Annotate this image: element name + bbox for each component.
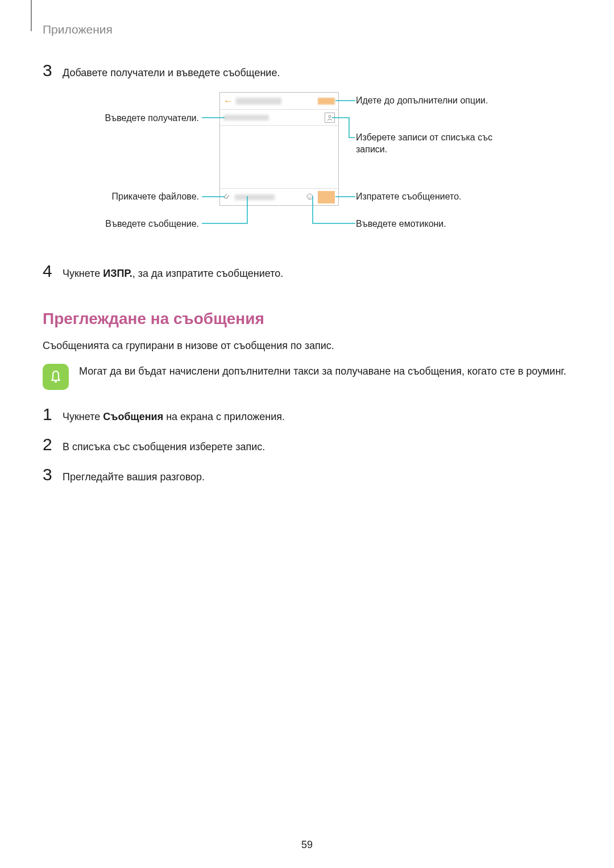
contacts-icon — [325, 113, 335, 123]
more-button-mock — [318, 98, 335, 105]
step-4: 4 Чукнете ИЗПР., за да изпратите съобщен… — [43, 263, 571, 281]
send-button-mock — [318, 191, 335, 203]
callout-enter-message: Въведете съобщение. — [63, 218, 199, 230]
back-arrow-icon: ← — [223, 96, 233, 106]
step-text: Добавете получатели и въведете съобщение… — [63, 62, 280, 81]
blurred-input — [235, 194, 275, 200]
callout-emoji: Въведете емотикони. — [356, 218, 515, 230]
blurred-recipient — [223, 115, 269, 121]
callout-attach: Прикачете файлове. — [63, 191, 199, 203]
emoji-icon — [306, 193, 313, 202]
step-number: 3 — [43, 62, 63, 79]
view-step-1: 1 Чукнете Съобщения на екрана с приложен… — [43, 406, 571, 425]
message-compose-diagram: ← Въведете — [63, 92, 551, 251]
step-number: 4 — [43, 263, 63, 280]
bell-icon — [43, 364, 69, 390]
paragraph-grouping: Съобщенията са групирани в низове от съо… — [43, 338, 571, 354]
svg-point-1 — [307, 194, 313, 200]
blurred-title — [236, 98, 281, 105]
step-number: 2 — [43, 436, 63, 453]
step-text: Прегледайте вашия разговор. — [63, 466, 205, 485]
section-heading-view-messages: Преглеждане на съобщения — [43, 310, 571, 328]
page-header: Приложения — [43, 23, 571, 36]
step-number: 1 — [43, 406, 63, 423]
callout-select-contacts: Изберете записи от списъка със записи. — [356, 132, 515, 156]
step-number: 3 — [43, 466, 63, 483]
callout-send: Изпратете съобщението. — [356, 191, 515, 203]
view-step-2: 2 В списъка със съобщения изберете запис… — [43, 436, 571, 455]
step-3: 3 Добавете получатели и въведете съобщен… — [43, 62, 571, 81]
callout-recipients: Въведете получатели. — [63, 113, 199, 124]
attach-icon — [223, 193, 230, 202]
step-text: Чукнете ИЗПР., за да изпратите съобщение… — [63, 263, 283, 281]
svg-point-2 — [308, 196, 309, 196]
step-text: В списъка със съобщения изберете запис. — [63, 436, 265, 455]
step-text: Чукнете Съобщения на екрана с приложения… — [63, 406, 285, 425]
note-text: Могат да ви бъдат начислени допълнителни… — [79, 364, 566, 379]
svg-point-3 — [310, 196, 311, 196]
roaming-note: Могат да ви бъдат начислени допълнителни… — [43, 364, 571, 390]
view-step-3: 3 Прегледайте вашия разговор. — [43, 466, 571, 485]
callout-more-options: Идете до допълнителни опции. — [356, 95, 515, 107]
phone-mockup: ← — [219, 92, 339, 206]
page-number: 59 — [0, 839, 614, 851]
svg-point-0 — [329, 115, 331, 118]
